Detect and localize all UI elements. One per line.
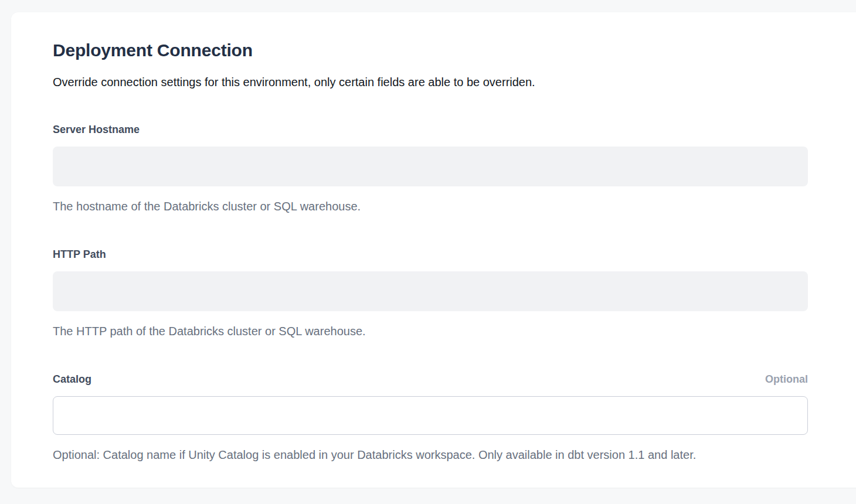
http-path-label: HTTP Path (53, 248, 106, 261)
http-path-help: The HTTP path of the Databricks cluster … (53, 324, 808, 339)
page-subtitle: Override connection settings for this en… (53, 74, 808, 90)
catalog-help: Optional: Catalog name if Unity Catalog … (53, 448, 808, 462)
http-path-field: HTTP Path The HTTP path of the Databrick… (53, 248, 808, 339)
server-hostname-label: Server Hostname (53, 123, 140, 137)
catalog-field: Catalog Optional Optional: Catalog name … (53, 373, 808, 462)
deployment-connection-card: Deployment Connection Override connectio… (11, 12, 856, 488)
catalog-input[interactable] (53, 396, 808, 435)
server-hostname-field: Server Hostname The hostname of the Data… (53, 123, 808, 214)
catalog-optional-badge: Optional (765, 373, 808, 386)
http-path-input (53, 271, 808, 311)
catalog-label-row: Catalog Optional (53, 373, 808, 386)
catalog-label: Catalog (53, 373, 91, 386)
server-hostname-label-row: Server Hostname (53, 123, 808, 137)
page-title: Deployment Connection (53, 40, 808, 61)
server-hostname-input (53, 147, 808, 186)
server-hostname-help: The hostname of the Databricks cluster o… (53, 199, 808, 214)
http-path-label-row: HTTP Path (53, 248, 808, 261)
card-content: Deployment Connection Override connectio… (11, 12, 808, 462)
